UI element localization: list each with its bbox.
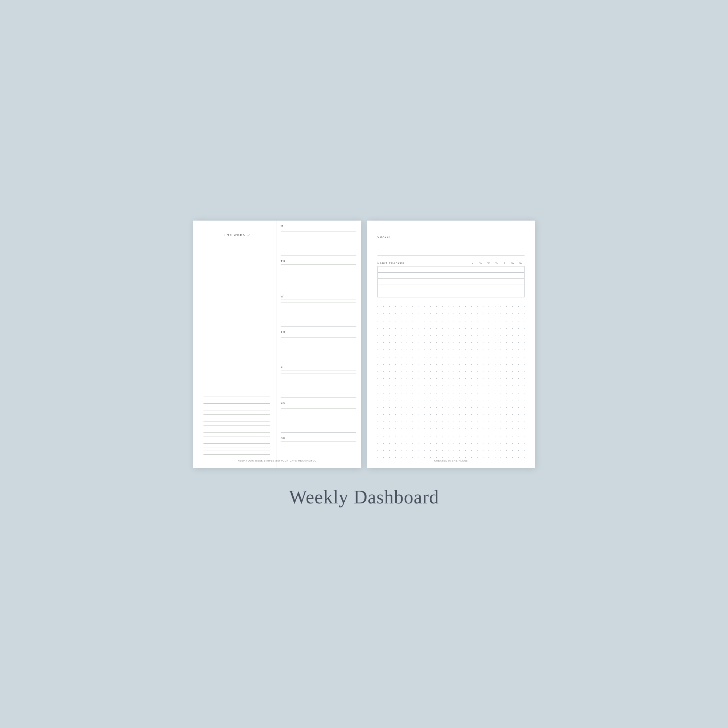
- habit-check-cell: [508, 279, 516, 284]
- dot: [448, 436, 448, 436]
- dot: [436, 335, 437, 336]
- dot: [512, 414, 513, 415]
- dot: [495, 414, 496, 415]
- dot: [500, 436, 501, 436]
- dot: [419, 364, 419, 365]
- day-line: [281, 406, 356, 406]
- day-label: SU: [281, 436, 356, 440]
- sidebar-line: [203, 447, 270, 447]
- dot: [412, 400, 413, 401]
- habit-check-cell: [516, 266, 524, 272]
- dot: [448, 321, 448, 321]
- day-label: F: [281, 366, 356, 369]
- habit-check-cell: [468, 266, 476, 272]
- dot: [378, 378, 378, 379]
- dot: [465, 314, 466, 314]
- dot: [448, 364, 448, 365]
- dot: [488, 407, 489, 408]
- dot: [401, 407, 401, 408]
- dot: [389, 364, 390, 365]
- dot: [524, 436, 525, 436]
- dot: [495, 428, 496, 429]
- dot: [430, 385, 431, 386]
- dot: [518, 364, 519, 365]
- day-line: [281, 231, 356, 232]
- habit-name-cell: [378, 273, 468, 278]
- dot: [506, 378, 507, 379]
- dot: [378, 443, 378, 444]
- dot: [512, 385, 513, 386]
- dot: [442, 371, 443, 372]
- habit-check-cell: [500, 279, 508, 284]
- dot: [424, 306, 425, 307]
- dot: [459, 371, 460, 372]
- dot: [471, 428, 472, 429]
- dot: [454, 364, 454, 365]
- dot: [412, 335, 413, 336]
- habit-check-cell: [484, 291, 492, 297]
- dot: [407, 385, 407, 386]
- dot: [506, 422, 507, 422]
- dot: [378, 407, 378, 408]
- dot: [389, 393, 390, 393]
- dot: [518, 321, 519, 321]
- dot: [378, 414, 378, 415]
- dot: [471, 407, 472, 408]
- dot: [500, 335, 501, 336]
- dot: [436, 393, 437, 393]
- dot: [483, 342, 483, 343]
- dot: [488, 385, 489, 386]
- dot: [401, 357, 401, 358]
- dot: [395, 342, 396, 343]
- dot: [412, 414, 413, 415]
- dot: [395, 414, 396, 415]
- dot: [506, 328, 507, 329]
- left-footer: KEEP YOUR WEEK SIMPLE and YOUR DAYS MEAN…: [193, 456, 361, 463]
- dot: [483, 364, 483, 365]
- dot: [378, 393, 378, 393]
- sidebar-line: [203, 440, 270, 440]
- dot: [389, 443, 390, 444]
- dot: [430, 371, 431, 372]
- dot: [378, 364, 378, 365]
- dot: [483, 335, 483, 336]
- day-line: [281, 444, 356, 444]
- dot: [454, 349, 454, 350]
- habit-check-cell: [484, 273, 492, 278]
- dot: [395, 349, 396, 350]
- dot: [518, 349, 519, 350]
- habit-check-cell: [484, 285, 492, 291]
- dot: [495, 450, 496, 451]
- dot: [488, 428, 489, 429]
- dot: [512, 335, 513, 336]
- dot: [524, 428, 525, 429]
- dot: [430, 450, 431, 451]
- page-title: Weekly Dashboard: [289, 486, 439, 508]
- habit-check-cell: [516, 291, 524, 297]
- dot: [430, 436, 431, 436]
- dot: [419, 385, 419, 386]
- dot: [442, 450, 443, 451]
- habit-day-col: Tu: [476, 262, 485, 264]
- dot: [424, 342, 425, 343]
- dot: [454, 385, 454, 386]
- dot: [436, 443, 437, 444]
- dot: [459, 443, 460, 444]
- dot: [383, 328, 384, 329]
- goals-bottom-line: [378, 255, 525, 255]
- dot: [471, 335, 472, 336]
- goals-label: GOALS:: [378, 236, 390, 238]
- dot: [395, 364, 396, 365]
- dot: [483, 314, 483, 314]
- dot: [512, 378, 513, 379]
- dot: [454, 414, 454, 415]
- dot: [436, 364, 437, 365]
- dot: [471, 314, 472, 314]
- dot: [454, 371, 454, 372]
- day-section: SA: [281, 398, 356, 433]
- dot: [424, 335, 425, 336]
- dot: [430, 378, 431, 379]
- dot: [442, 393, 443, 393]
- dot: [389, 378, 390, 379]
- dot: [383, 422, 384, 422]
